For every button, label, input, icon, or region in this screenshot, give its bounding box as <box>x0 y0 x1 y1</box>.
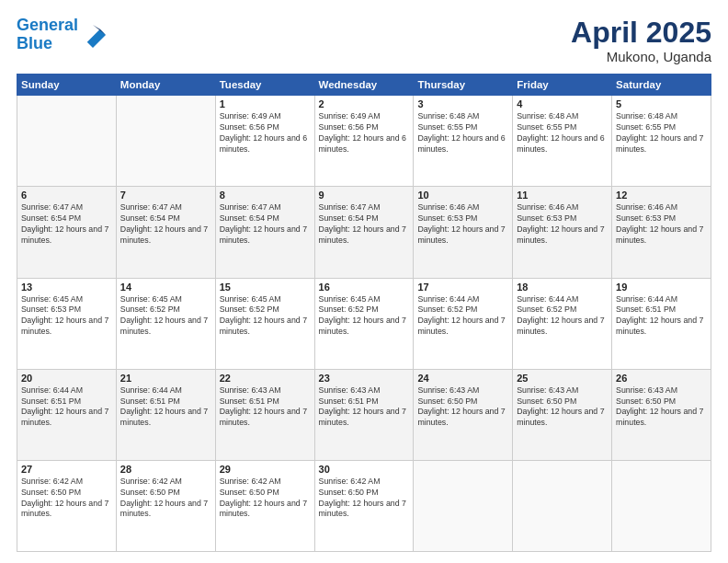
day-info: Sunrise: 6:47 AM Sunset: 6:54 PM Dayligh… <box>319 202 410 247</box>
day-info: Sunrise: 6:47 AM Sunset: 6:54 PM Dayligh… <box>21 202 112 247</box>
calendar-cell: 24Sunrise: 6:43 AM Sunset: 6:50 PM Dayli… <box>414 369 513 460</box>
day-number: 24 <box>417 373 508 384</box>
day-number: 23 <box>319 373 410 384</box>
day-info: Sunrise: 6:43 AM Sunset: 6:50 PM Dayligh… <box>417 385 508 430</box>
calendar-cell: 12Sunrise: 6:46 AM Sunset: 6:53 PM Dayli… <box>612 187 711 278</box>
weekday-header-thursday: Thursday <box>414 75 513 96</box>
weekday-header-wednesday: Wednesday <box>314 75 414 96</box>
calendar-cell: 15Sunrise: 6:45 AM Sunset: 6:52 PM Dayli… <box>215 278 314 369</box>
calendar-cell: 18Sunrise: 6:44 AM Sunset: 6:52 PM Dayli… <box>513 278 612 369</box>
calendar-table: SundayMondayTuesdayWednesdayThursdayFrid… <box>17 74 711 552</box>
calendar-week-row: 20Sunrise: 6:44 AM Sunset: 6:51 PM Dayli… <box>17 369 711 460</box>
day-info: Sunrise: 6:43 AM Sunset: 6:50 PM Dayligh… <box>517 385 608 430</box>
day-number: 16 <box>319 282 410 293</box>
day-info: Sunrise: 6:48 AM Sunset: 6:55 PM Dayligh… <box>616 111 707 155</box>
calendar-cell: 28Sunrise: 6:42 AM Sunset: 6:50 PM Dayli… <box>116 460 215 551</box>
calendar-cell <box>513 460 612 551</box>
header: General Blue April 2025 Mukono, Uganda <box>17 17 711 64</box>
calendar-cell: 30Sunrise: 6:42 AM Sunset: 6:50 PM Dayli… <box>314 460 414 551</box>
day-number: 13 <box>21 282 112 293</box>
calendar-cell: 8Sunrise: 6:47 AM Sunset: 6:54 PM Daylig… <box>215 187 314 278</box>
calendar-week-row: 13Sunrise: 6:45 AM Sunset: 6:53 PM Dayli… <box>17 278 711 369</box>
day-number: 26 <box>616 373 707 384</box>
day-info: Sunrise: 6:46 AM Sunset: 6:53 PM Dayligh… <box>517 202 608 247</box>
day-info: Sunrise: 6:45 AM Sunset: 6:52 PM Dayligh… <box>319 294 410 339</box>
day-info: Sunrise: 6:45 AM Sunset: 6:53 PM Dayligh… <box>21 294 112 339</box>
calendar-week-row: 1Sunrise: 6:49 AM Sunset: 6:56 PM Daylig… <box>17 96 711 187</box>
title-block: April 2025 Mukono, Uganda <box>571 17 711 64</box>
page: General Blue April 2025 Mukono, Uganda S… <box>0 0 728 563</box>
day-info: Sunrise: 6:48 AM Sunset: 6:55 PM Dayligh… <box>517 111 608 155</box>
day-number: 12 <box>616 190 707 201</box>
calendar-cell: 4Sunrise: 6:48 AM Sunset: 6:55 PM Daylig… <box>513 96 612 187</box>
day-number: 18 <box>517 282 608 293</box>
day-number: 22 <box>220 373 311 384</box>
calendar-cell: 22Sunrise: 6:43 AM Sunset: 6:51 PM Dayli… <box>215 369 314 460</box>
day-info: Sunrise: 6:47 AM Sunset: 6:54 PM Dayligh… <box>220 202 311 247</box>
calendar-week-row: 6Sunrise: 6:47 AM Sunset: 6:54 PM Daylig… <box>17 187 711 278</box>
day-info: Sunrise: 6:49 AM Sunset: 6:56 PM Dayligh… <box>319 111 410 155</box>
day-number: 1 <box>220 98 311 109</box>
calendar-cell: 11Sunrise: 6:46 AM Sunset: 6:53 PM Dayli… <box>513 187 612 278</box>
day-number: 20 <box>21 373 112 384</box>
calendar-cell: 21Sunrise: 6:44 AM Sunset: 6:51 PM Dayli… <box>116 369 215 460</box>
day-info: Sunrise: 6:46 AM Sunset: 6:53 PM Dayligh… <box>616 202 707 247</box>
calendar-cell: 7Sunrise: 6:47 AM Sunset: 6:54 PM Daylig… <box>116 187 215 278</box>
calendar-cell: 26Sunrise: 6:43 AM Sunset: 6:50 PM Dayli… <box>612 369 711 460</box>
day-info: Sunrise: 6:42 AM Sunset: 6:50 PM Dayligh… <box>21 477 112 521</box>
day-info: Sunrise: 6:46 AM Sunset: 6:53 PM Dayligh… <box>417 202 508 247</box>
day-number: 3 <box>417 98 508 109</box>
calendar-cell: 3Sunrise: 6:48 AM Sunset: 6:55 PM Daylig… <box>414 96 513 187</box>
day-number: 15 <box>220 282 311 293</box>
day-number: 9 <box>319 190 410 201</box>
calendar-cell <box>612 460 711 551</box>
day-info: Sunrise: 6:44 AM Sunset: 6:52 PM Dayligh… <box>417 294 508 339</box>
day-number: 7 <box>120 190 211 201</box>
day-number: 11 <box>517 190 608 201</box>
weekday-header-friday: Friday <box>513 75 612 96</box>
day-info: Sunrise: 6:42 AM Sunset: 6:50 PM Dayligh… <box>120 477 211 521</box>
logo-text: General Blue <box>17 17 78 53</box>
day-number: 14 <box>120 282 211 293</box>
day-number: 25 <box>517 373 608 384</box>
calendar-cell <box>414 460 513 551</box>
weekday-header-monday: Monday <box>116 75 215 96</box>
logo: General Blue <box>17 17 106 53</box>
day-info: Sunrise: 6:48 AM Sunset: 6:55 PM Dayligh… <box>417 111 508 155</box>
day-number: 29 <box>220 464 311 475</box>
calendar-cell: 14Sunrise: 6:45 AM Sunset: 6:52 PM Dayli… <box>116 278 215 369</box>
svg-marker-0 <box>87 29 106 48</box>
weekday-header-saturday: Saturday <box>612 75 711 96</box>
subtitle: Mukono, Uganda <box>571 49 711 64</box>
day-number: 19 <box>616 282 707 293</box>
calendar-cell: 17Sunrise: 6:44 AM Sunset: 6:52 PM Dayli… <box>414 278 513 369</box>
day-number: 21 <box>120 373 211 384</box>
day-number: 2 <box>319 98 410 109</box>
weekday-header-tuesday: Tuesday <box>215 75 314 96</box>
calendar-cell <box>116 96 215 187</box>
day-info: Sunrise: 6:45 AM Sunset: 6:52 PM Dayligh… <box>220 294 311 339</box>
day-info: Sunrise: 6:43 AM Sunset: 6:51 PM Dayligh… <box>319 385 410 430</box>
day-number: 8 <box>220 190 311 201</box>
calendar-cell: 27Sunrise: 6:42 AM Sunset: 6:50 PM Dayli… <box>17 460 117 551</box>
day-number: 6 <box>21 190 112 201</box>
calendar-cell: 5Sunrise: 6:48 AM Sunset: 6:55 PM Daylig… <box>612 96 711 187</box>
calendar-cell: 19Sunrise: 6:44 AM Sunset: 6:51 PM Dayli… <box>612 278 711 369</box>
day-info: Sunrise: 6:45 AM Sunset: 6:52 PM Dayligh… <box>120 294 211 339</box>
calendar-cell: 6Sunrise: 6:47 AM Sunset: 6:54 PM Daylig… <box>17 187 117 278</box>
day-number: 30 <box>319 464 410 475</box>
day-info: Sunrise: 6:49 AM Sunset: 6:56 PM Dayligh… <box>220 111 311 155</box>
calendar-cell: 29Sunrise: 6:42 AM Sunset: 6:50 PM Dayli… <box>215 460 314 551</box>
day-info: Sunrise: 6:44 AM Sunset: 6:51 PM Dayligh… <box>120 385 211 430</box>
day-info: Sunrise: 6:44 AM Sunset: 6:52 PM Dayligh… <box>517 294 608 339</box>
calendar-cell: 2Sunrise: 6:49 AM Sunset: 6:56 PM Daylig… <box>314 96 414 187</box>
calendar-cell: 10Sunrise: 6:46 AM Sunset: 6:53 PM Dayli… <box>414 187 513 278</box>
day-info: Sunrise: 6:44 AM Sunset: 6:51 PM Dayligh… <box>21 385 112 430</box>
calendar-cell: 13Sunrise: 6:45 AM Sunset: 6:53 PM Dayli… <box>17 278 117 369</box>
day-info: Sunrise: 6:43 AM Sunset: 6:51 PM Dayligh… <box>220 385 311 430</box>
calendar-header-row: SundayMondayTuesdayWednesdayThursdayFrid… <box>17 75 711 96</box>
day-info: Sunrise: 6:44 AM Sunset: 6:51 PM Dayligh… <box>616 294 707 339</box>
day-info: Sunrise: 6:42 AM Sunset: 6:50 PM Dayligh… <box>319 477 410 521</box>
calendar-cell: 20Sunrise: 6:44 AM Sunset: 6:51 PM Dayli… <box>17 369 117 460</box>
main-title: April 2025 <box>571 17 711 49</box>
